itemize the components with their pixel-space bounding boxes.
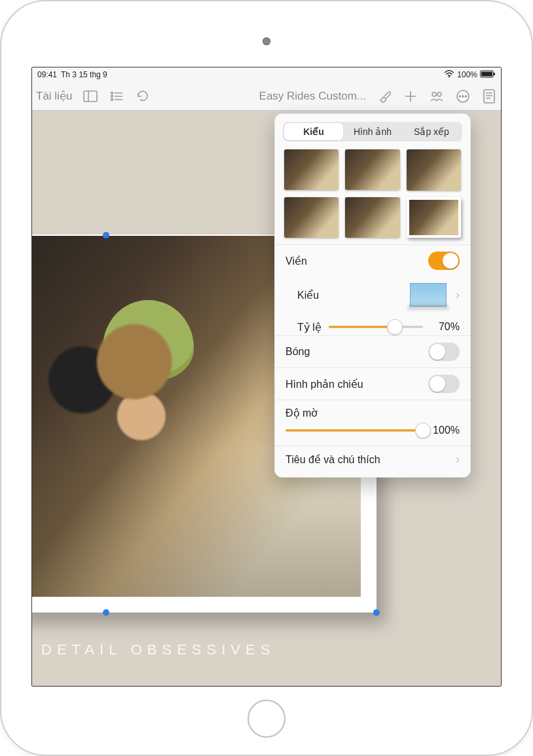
border-scale-row: Tỷ lệ 70% bbox=[275, 313, 470, 335]
selection-handle-top[interactable] bbox=[103, 232, 109, 238]
format-tabs: Kiểu Hình ảnh Sắp xếp bbox=[283, 122, 462, 142]
front-camera bbox=[263, 37, 270, 45]
caption-text: DETAIL OBSESSIVES bbox=[41, 641, 275, 658]
format-popover: Kiểu Hình ảnh Sắp xếp Viền Kiểu bbox=[274, 113, 471, 478]
svg-point-8 bbox=[111, 95, 113, 97]
home-button[interactable] bbox=[248, 700, 285, 738]
style-preset-3[interactable] bbox=[407, 149, 461, 191]
reflection-toggle[interactable] bbox=[428, 375, 460, 393]
opacity-label: Độ mờ bbox=[285, 407, 318, 419]
svg-point-15 bbox=[437, 92, 441, 96]
wifi-icon bbox=[444, 70, 454, 80]
svg-point-14 bbox=[432, 92, 436, 96]
opacity-slider-row: 100% bbox=[275, 421, 470, 445]
reflection-label: Hình phản chiếu bbox=[285, 378, 363, 390]
tab-arrange[interactable]: Sắp xếp bbox=[402, 123, 461, 140]
opacity-slider[interactable] bbox=[285, 423, 423, 438]
opacity-value: 100% bbox=[430, 425, 460, 436]
opacity-label-row: Độ mờ bbox=[275, 400, 470, 421]
chevron-right-icon: › bbox=[456, 288, 460, 302]
status-date: Th 3 15 thg 9 bbox=[61, 70, 107, 79]
svg-rect-3 bbox=[494, 73, 495, 75]
format-brush-icon[interactable] bbox=[377, 88, 392, 104]
chevron-right-icon: › bbox=[456, 453, 460, 466]
shadow-row: Bóng bbox=[275, 335, 470, 368]
border-scale-slider[interactable] bbox=[329, 320, 423, 334]
selection-handle-bottom-left[interactable] bbox=[103, 609, 109, 616]
svg-rect-20 bbox=[484, 90, 494, 103]
insert-plus-icon[interactable] bbox=[403, 88, 418, 104]
svg-point-18 bbox=[462, 96, 464, 97]
style-presets-grid bbox=[275, 149, 470, 244]
undo-icon[interactable] bbox=[135, 88, 151, 104]
style-preset-1[interactable] bbox=[284, 149, 339, 190]
border-scale-value: 70% bbox=[430, 321, 460, 333]
style-preset-6[interactable] bbox=[407, 197, 461, 238]
reflection-row: Hình phản chiếu bbox=[275, 368, 470, 400]
outline-icon[interactable] bbox=[109, 88, 124, 104]
border-label: Viền bbox=[285, 255, 307, 267]
svg-point-6 bbox=[111, 92, 113, 94]
title-caption-label: Tiêu đề và chú thích bbox=[285, 453, 380, 466]
status-bar: 09:41 Th 3 15 thg 9 100% bbox=[32, 67, 501, 82]
border-toggle[interactable] bbox=[428, 252, 460, 270]
border-row: Viền bbox=[275, 244, 470, 276]
tab-style[interactable]: Kiểu bbox=[284, 123, 343, 140]
toolbar: Tài liệu Easy Rides Custom... bbox=[32, 82, 501, 111]
border-style-label: Kiểu bbox=[297, 289, 319, 301]
battery-percent: 100% bbox=[457, 70, 477, 79]
svg-point-10 bbox=[111, 98, 113, 100]
svg-point-17 bbox=[460, 96, 461, 97]
border-style-swatch bbox=[410, 283, 447, 307]
style-preset-4[interactable] bbox=[284, 197, 339, 238]
title-caption-row[interactable]: Tiêu đề và chú thích › bbox=[275, 445, 470, 473]
shadow-toggle[interactable] bbox=[428, 343, 460, 361]
border-scale-label: Tỷ lệ bbox=[297, 321, 322, 333]
svg-point-19 bbox=[466, 96, 467, 97]
reader-view-icon[interactable] bbox=[481, 88, 497, 104]
border-style-row[interactable]: Kiểu › bbox=[275, 276, 470, 313]
collaborate-icon[interactable] bbox=[429, 88, 445, 104]
selection-handle-bottom-right[interactable] bbox=[373, 609, 380, 616]
document-title[interactable]: Easy Rides Custom... bbox=[259, 90, 366, 103]
svg-rect-2 bbox=[481, 71, 492, 76]
sidebar-toggle-icon[interactable] bbox=[83, 88, 98, 104]
style-preset-2[interactable] bbox=[345, 149, 399, 190]
documents-back-button[interactable]: Tài liệu bbox=[36, 89, 72, 103]
svg-point-0 bbox=[449, 76, 450, 77]
more-icon[interactable] bbox=[455, 88, 471, 104]
svg-rect-4 bbox=[84, 91, 97, 102]
style-preset-5[interactable] bbox=[345, 197, 399, 238]
shadow-label: Bóng bbox=[285, 346, 310, 358]
status-time: 09:41 bbox=[37, 70, 57, 79]
battery-icon bbox=[480, 70, 496, 80]
tab-image[interactable]: Hình ảnh bbox=[343, 123, 402, 140]
